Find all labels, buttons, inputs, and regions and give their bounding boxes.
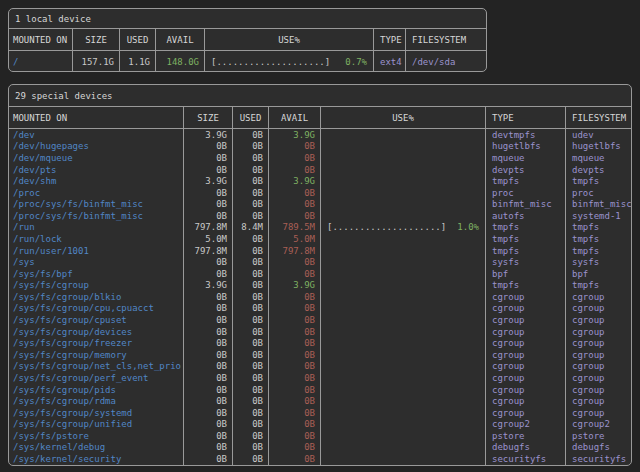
cell-use-percent: [321, 337, 486, 349]
cell-use-percent: [321, 256, 486, 268]
device-row: /sys/fs/cgroup/blkio0B0B0Bcgroupcgroup: [9, 291, 631, 303]
device-row: /sys/fs/bpf0B0B0Bbpfbpf: [9, 268, 631, 280]
cell-avail: 3.9G: [269, 129, 321, 141]
cell-mounted-on: /sys/fs/cgroup/cpu,cpuacct: [9, 303, 184, 315]
usage-percent: 0.7%: [345, 57, 367, 67]
table-title: 1 local device: [15, 14, 91, 24]
cell-mounted-on: /sys/fs/cgroup/perf_event: [9, 372, 184, 384]
cell-filesystem: pstore: [566, 430, 631, 442]
cell-avail: 0B: [269, 326, 321, 338]
device-row: /sys/fs/cgroup/cpuset0B0B0Bcgroupcgroup: [9, 314, 631, 326]
cell-size: 797.8M: [184, 245, 233, 257]
cell-type: devtmpfs: [486, 129, 566, 141]
cell-filesystem: tmpfs: [566, 233, 631, 245]
cell-use-percent: [321, 372, 486, 384]
cell-type: cgroup: [486, 349, 566, 361]
cell-avail: 3.9G: [269, 280, 321, 292]
cell-size: 0B: [184, 303, 233, 315]
device-row: /sys/fs/cgroup/freezer0B0B0Bcgroupcgroup: [9, 337, 631, 349]
cell-used: 0B: [233, 314, 269, 326]
column-header-used: USED: [120, 29, 156, 50]
device-row: /run/lock5.0M0B5.0Mtmpfstmpfs: [9, 233, 631, 245]
cell-mounted-on: /sys/fs/cgroup/net_cls,net_prio: [9, 361, 184, 373]
cell-size: 0B: [184, 210, 233, 222]
cell-size: 0B: [184, 349, 233, 361]
cell-size: 3.9G: [184, 175, 233, 187]
usage-bar: [....................]: [327, 222, 446, 232]
cell-use-percent: [321, 152, 486, 164]
column-header-used: USED: [233, 107, 269, 128]
cell-filesystem: cgroup: [566, 337, 631, 349]
cell-type: ext4: [374, 51, 406, 72]
cell-filesystem: cgroup: [566, 361, 631, 373]
cell-mounted-on: /proc/sys/fs/binfmt_misc: [9, 198, 184, 210]
cell-used: 0B: [233, 233, 269, 245]
cell-use-percent: [321, 418, 486, 430]
cell-filesystem: binfmt_misc: [566, 198, 631, 210]
device-row: /sys/kernel/security0B0B0Bsecurityfssecu…: [9, 453, 631, 465]
cell-use-percent: [321, 141, 486, 153]
cell-filesystem: cgroup: [566, 314, 631, 326]
cell-filesystem: tmpfs: [566, 245, 631, 257]
cell-use-percent: [321, 303, 486, 315]
cell-avail: 0B: [269, 198, 321, 210]
cell-type: mqueue: [486, 152, 566, 164]
cell-mounted-on: /dev/pts: [9, 164, 184, 176]
cell-size: 0B: [184, 141, 233, 153]
cell-type: bpf: [486, 268, 566, 280]
cell-used: 0B: [233, 280, 269, 292]
device-row: /sys/fs/cgroup/unified0B0B0Bcgroup2cgrou…: [9, 418, 631, 430]
cell-mounted-on: /sys/fs/cgroup/cpuset: [9, 314, 184, 326]
cell-use-percent: [321, 210, 486, 222]
cell-filesystem: cgroup: [566, 326, 631, 338]
cell-size: 0B: [184, 418, 233, 430]
cell-type: cgroup: [486, 291, 566, 303]
cell-filesystem: systemd-1: [566, 210, 631, 222]
cell-use-percent: [321, 349, 486, 361]
cell-filesystem: tmpfs: [566, 222, 631, 234]
device-row: /sys/fs/pstore0B0B0Bpstorepstore: [9, 430, 631, 442]
cell-size: 0B: [184, 372, 233, 384]
column-header-avail: AVAIL: [156, 29, 205, 50]
cell-avail: 0B: [269, 407, 321, 419]
cell-used: 0B: [233, 453, 269, 465]
cell-use-percent: [....................]0.7%: [205, 51, 374, 72]
cell-size: 0B: [184, 407, 233, 419]
cell-mounted-on: /: [9, 51, 73, 72]
device-row: /sys/fs/cgroup/memory0B0B0Bcgroupcgroup: [9, 349, 631, 361]
cell-use-percent: [321, 187, 486, 199]
cell-mounted-on: /run/user/1001: [9, 245, 184, 257]
cell-type: tmpfs: [486, 245, 566, 257]
cell-use-percent: [321, 407, 486, 419]
local-devices-body: /157.1G1.1G148.0G[....................]0…: [9, 51, 486, 72]
cell-mounted-on: /proc/sys/fs/binfmt_misc: [9, 210, 184, 222]
cell-size: 0B: [184, 442, 233, 454]
cell-size: 0B: [184, 291, 233, 303]
cell-mounted-on: /sys/fs/cgroup: [9, 280, 184, 292]
device-row: /sys/fs/cgroup/net_cls,net_prio0B0B0Bcgr…: [9, 361, 631, 373]
device-row: /sys/fs/cgroup/systemd0B0B0Bcgroupcgroup: [9, 407, 631, 419]
cell-avail: 0B: [269, 291, 321, 303]
cell-type: cgroup2: [486, 418, 566, 430]
usage-percent: 1.0%: [457, 222, 479, 232]
cell-size: 0B: [184, 384, 233, 396]
cell-use-percent: [321, 233, 486, 245]
cell-filesystem: /dev/sda: [406, 51, 486, 72]
cell-used: 0B: [233, 245, 269, 257]
cell-avail: 0B: [269, 418, 321, 430]
cell-type: tmpfs: [486, 222, 566, 234]
cell-filesystem: cgroup: [566, 395, 631, 407]
cell-filesystem: bpf: [566, 268, 631, 280]
device-row: /sys0B0B0Bsysfssysfs: [9, 256, 631, 268]
cell-use-percent: [....................]1.0%: [321, 222, 486, 234]
cell-filesystem: tmpfs: [566, 175, 631, 187]
cell-filesystem: proc: [566, 187, 631, 199]
cell-use-percent: [321, 442, 486, 454]
device-row: /sys/kernel/debug0B0B0Bdebugfsdebugfs: [9, 442, 631, 454]
column-header-fs: FILESYSTEM: [406, 29, 486, 50]
cell-avail: 0B: [269, 256, 321, 268]
device-row: /sys/fs/cgroup/cpu,cpuacct0B0B0Bcgroupcg…: [9, 303, 631, 315]
cell-used: 1.1G: [120, 51, 156, 72]
cell-used: 0B: [233, 442, 269, 454]
column-header-mounted: MOUNTED ON: [9, 107, 184, 128]
